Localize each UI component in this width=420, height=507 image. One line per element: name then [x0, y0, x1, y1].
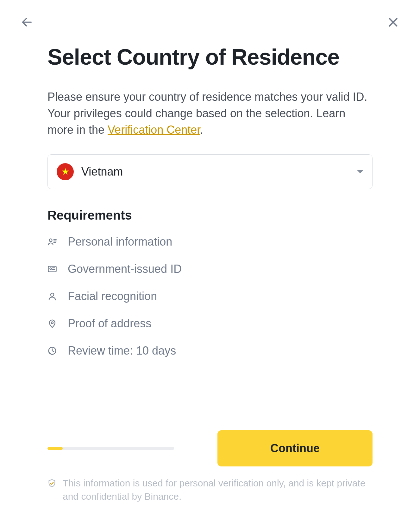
- progress-bar: [47, 447, 174, 450]
- progress-fill: [47, 447, 63, 450]
- requirements-list: Personal information Government-issued I…: [47, 235, 373, 357]
- verification-center-link[interactable]: Verification Center: [108, 123, 200, 136]
- pin-icon: [47, 319, 57, 328]
- requirements-heading: Requirements: [47, 208, 373, 222]
- person-lines-icon: [47, 237, 57, 247]
- country-select-value: Vietnam: [81, 165, 123, 178]
- shield-check-icon: [47, 478, 56, 491]
- svg-point-3: [49, 239, 52, 241]
- requirement-item: Review time: 10 days: [47, 344, 373, 357]
- svg-point-8: [50, 268, 52, 269]
- back-button[interactable]: [21, 16, 33, 29]
- subtitle-text-post: .: [200, 123, 203, 136]
- chevron-down-icon: [357, 170, 363, 173]
- requirement-label: Review time: 10 days: [68, 344, 176, 357]
- country-select[interactable]: ★ Vietnam: [47, 154, 373, 189]
- requirement-item: Personal information: [47, 235, 373, 248]
- clock-icon: [47, 346, 57, 356]
- svg-point-11: [51, 293, 54, 296]
- requirement-label: Government-issued ID: [68, 262, 182, 276]
- close-button[interactable]: [387, 16, 399, 29]
- requirement-label: Personal information: [68, 235, 172, 248]
- svg-point-12: [51, 322, 53, 324]
- subtitle-text-pre: Please ensure your country of residence …: [47, 90, 367, 136]
- continue-button[interactable]: Continue: [217, 430, 373, 466]
- svg-rect-7: [48, 266, 56, 272]
- requirement-label: Facial recognition: [68, 290, 157, 303]
- requirement-label: Proof of address: [68, 317, 151, 330]
- flag-vietnam-icon: ★: [57, 163, 74, 180]
- close-icon: [387, 16, 399, 29]
- page-subtitle: Please ensure your country of residence …: [47, 89, 373, 138]
- requirement-item: Facial recognition: [47, 290, 373, 303]
- page-title: Select Country of Residence: [47, 44, 373, 70]
- person-icon: [47, 292, 57, 301]
- requirement-item: Government-issued ID: [47, 262, 373, 276]
- arrow-left-icon: [21, 16, 33, 29]
- id-card-icon: [47, 264, 57, 274]
- disclaimer-text: This information is used for personal ve…: [63, 477, 373, 503]
- requirement-item: Proof of address: [47, 317, 373, 330]
